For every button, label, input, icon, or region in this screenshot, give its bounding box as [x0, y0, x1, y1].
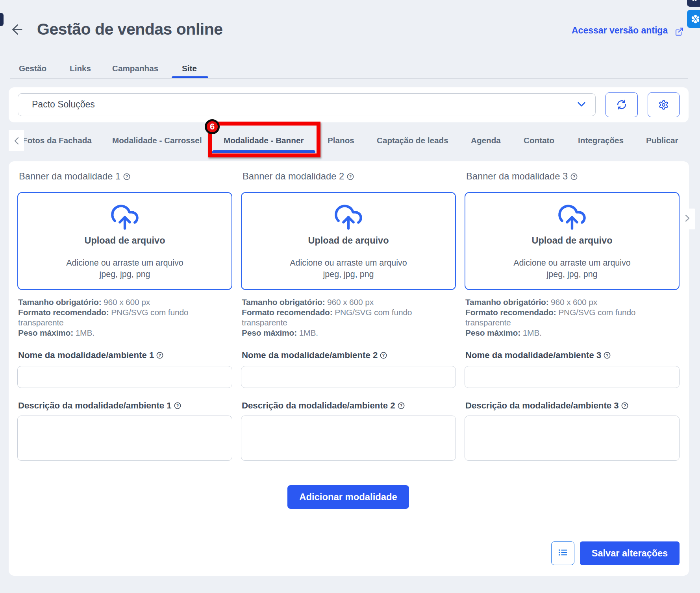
- svg-text:?: ?: [382, 353, 385, 358]
- svg-text:?: ?: [606, 353, 608, 358]
- svg-text:?: ?: [159, 353, 161, 358]
- svg-text:?: ?: [126, 174, 128, 179]
- svg-text:?: ?: [349, 174, 352, 179]
- svg-text:?: ?: [573, 174, 575, 179]
- svg-text:?: ?: [624, 403, 626, 408]
- svg-text:?: ?: [400, 403, 402, 408]
- svg-text:?: ?: [176, 403, 179, 408]
